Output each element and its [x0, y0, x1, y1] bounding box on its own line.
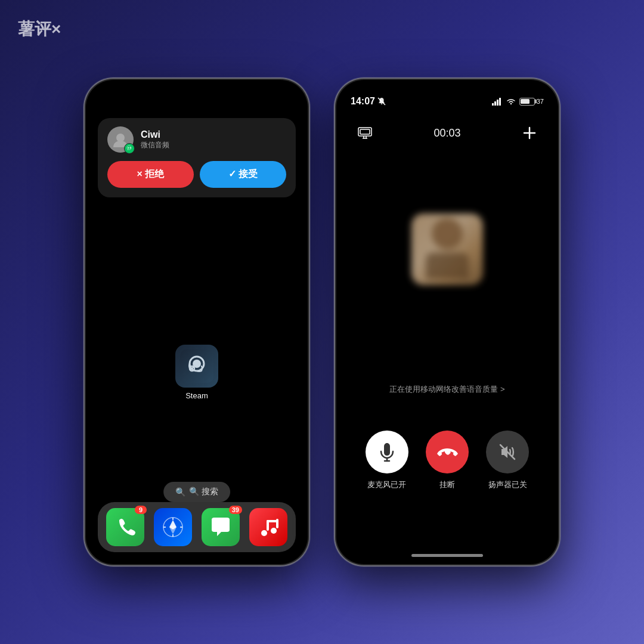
screen-mirror-button[interactable]	[353, 121, 377, 145]
dock: 9	[98, 502, 296, 552]
hangup-label: 挂断	[439, 479, 455, 490]
caller-info: Ciwi 微信音频	[107, 126, 286, 153]
caller-avatar	[107, 126, 134, 153]
dynamic-island-left	[161, 89, 233, 110]
signal-icon	[492, 98, 503, 106]
svg-point-1	[128, 147, 129, 148]
phone-badge: 9	[135, 506, 147, 514]
call-type: 微信音频	[141, 140, 169, 150]
reject-button[interactable]: × 拒绝	[107, 161, 194, 188]
contact-avatar	[411, 213, 483, 285]
svg-point-11	[271, 528, 277, 534]
steam-app-icon[interactable]: Steam	[175, 345, 218, 400]
steam-icon-image	[175, 345, 218, 388]
svg-rect-21	[360, 129, 370, 134]
bell-muted-icon	[377, 97, 386, 106]
svg-point-10	[261, 530, 267, 536]
incoming-call-notification: Ciwi 微信音频 × 拒绝 ✓ 接受	[98, 118, 296, 197]
dock-safari-icon[interactable]	[154, 508, 192, 546]
watermark: 薯评×	[18, 18, 61, 41]
wifi-icon	[506, 98, 516, 106]
svg-rect-14	[267, 520, 278, 522]
status-icons: 37	[492, 98, 544, 106]
steam-label: Steam	[185, 391, 208, 400]
dock-messages-icon[interactable]: 39	[202, 508, 240, 546]
svg-rect-18	[497, 100, 499, 106]
network-quality-text[interactable]: 正在使用移动网络改善语音质量 >	[339, 384, 556, 395]
search-label: 🔍 搜索	[189, 487, 218, 497]
dock-music-icon[interactable]	[249, 508, 287, 546]
svg-rect-16	[492, 103, 494, 106]
messages-badge: 39	[229, 506, 242, 514]
mute-button-wrap: 麦克风已开	[366, 431, 408, 490]
home-indicator	[411, 554, 483, 557]
right-phone: 14:07	[334, 78, 561, 566]
blurred-avatar-image	[411, 213, 483, 285]
search-icon: 🔍	[175, 487, 185, 497]
battery-indicator: 37	[519, 98, 544, 106]
speaker-button-wrap: 扬声器已关	[486, 431, 529, 490]
left-phone: Ciwi 微信音频 × 拒绝 ✓ 接受	[83, 78, 310, 566]
svg-rect-19	[499, 98, 501, 106]
hangup-button[interactable]	[426, 431, 469, 473]
dynamic-island-right	[411, 89, 483, 110]
phones-container: Ciwi 微信音频 × 拒绝 ✓ 接受	[83, 78, 561, 566]
svg-rect-17	[494, 101, 496, 106]
right-phone-screen: 14:07	[339, 82, 556, 562]
status-time: 14:07	[351, 96, 375, 107]
mute-button[interactable]	[366, 431, 408, 473]
caller-details: Ciwi 微信音频	[141, 129, 169, 150]
wechat-badge	[124, 143, 135, 154]
accept-button[interactable]: ✓ 接受	[200, 161, 286, 188]
dock-phone-icon[interactable]: 9	[106, 508, 144, 546]
call-duration: 00:03	[434, 121, 460, 145]
call-top-bar: 00:03	[339, 115, 556, 151]
speaker-button[interactable]	[486, 431, 529, 473]
mute-label: 麦克风已开	[367, 479, 406, 490]
left-phone-screen: Ciwi 微信音频 × 拒绝 ✓ 接受	[88, 82, 305, 562]
hangup-button-wrap: 挂断	[426, 431, 469, 490]
call-buttons: 麦克风已开 挂断	[339, 431, 556, 490]
caller-name: Ciwi	[141, 129, 169, 140]
call-actions: × 拒绝 ✓ 接受	[107, 161, 286, 188]
add-button[interactable]	[518, 121, 541, 145]
svg-point-2	[130, 147, 131, 148]
speaker-label: 扬声器已关	[488, 479, 527, 490]
svg-point-0	[116, 134, 125, 142]
search-pill[interactable]: 🔍 🔍 搜索	[163, 482, 230, 502]
